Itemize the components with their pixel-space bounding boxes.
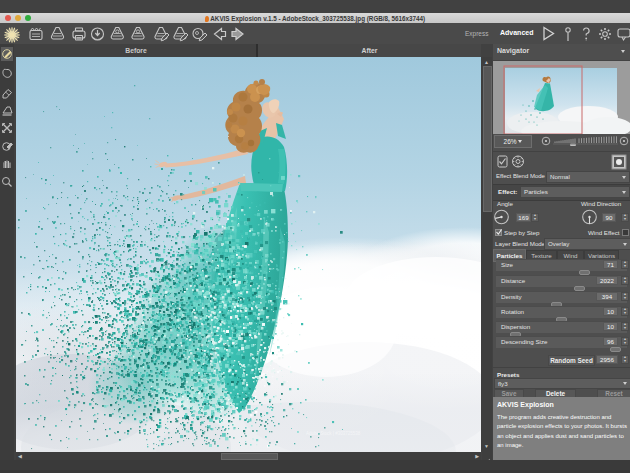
svg-text:Adobe Stock | #303725538: Adobe Stock | #303725538 bbox=[306, 431, 361, 436]
